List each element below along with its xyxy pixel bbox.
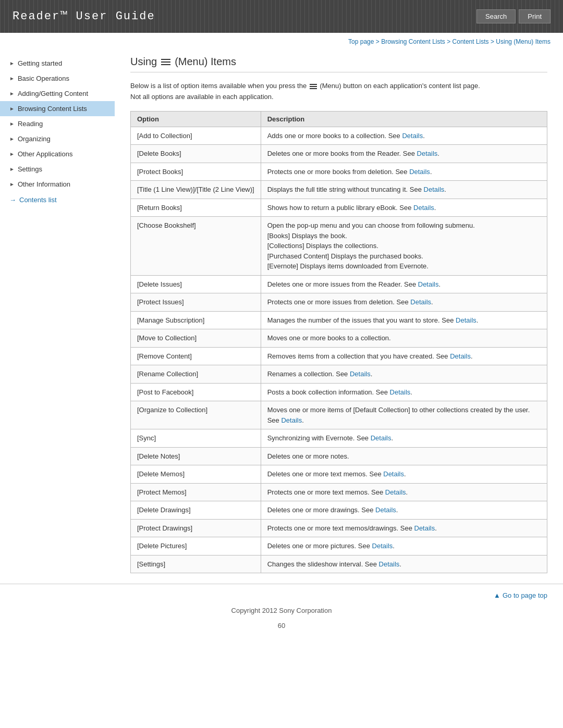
sidebar-item-settings[interactable]: ► Settings <box>0 162 115 177</box>
table-cell-description: Moves one or more books to a collection. <box>261 329 547 348</box>
details-link[interactable]: Details <box>410 298 431 306</box>
sidebar-item-getting-started[interactable]: ► Getting started <box>0 56 115 71</box>
sidebar-item-label: Organizing <box>18 135 51 143</box>
sidebar-item-label: Other Information <box>18 180 70 188</box>
table-row: [Remove Content]Removes items from a col… <box>131 347 547 365</box>
sidebar-item-browsing[interactable]: ► Browsing Content Lists <box>0 101 115 116</box>
table-cell-option: [Delete Issues] <box>131 275 261 293</box>
details-link[interactable]: Details <box>413 204 434 212</box>
table-cell-option: [Delete Books] <box>131 145 261 163</box>
table-cell-description: Deletes one or more text memos. See Deta… <box>261 465 547 484</box>
table-cell-description: Protects one or more text memos/drawings… <box>261 519 547 537</box>
search-button[interactable]: Search <box>476 9 516 23</box>
table-cell-option: [Manage Subscription] <box>131 311 261 329</box>
sidebar-item-basic-operations[interactable]: ► Basic Operations <box>0 71 115 86</box>
arrow-icon: ► <box>9 181 15 187</box>
table-cell-option: [Delete Memos] <box>131 465 261 484</box>
breadcrumb-link-browsing[interactable]: Browsing Content Lists <box>381 38 445 45</box>
arrow-icon: ► <box>9 151 15 157</box>
details-link[interactable]: Details <box>372 542 393 550</box>
details-link[interactable]: Details <box>417 150 438 157</box>
table-cell-description: Manages the number of the issues that yo… <box>261 311 547 329</box>
table-row: [Move to Collection]Moves one or more bo… <box>131 329 547 348</box>
table-cell-option: [Title (1 Line View)]/[Title (2 Line Vie… <box>131 181 261 199</box>
table-row: [Post to Facebook]Posts a book collectio… <box>131 383 547 401</box>
sidebar-item-adding-content[interactable]: ► Adding/Getting Content <box>0 86 115 101</box>
details-link[interactable]: Details <box>379 560 400 568</box>
table-cell-description: Displays the full title string without t… <box>261 181 547 199</box>
menu-icon <box>161 59 170 65</box>
print-button[interactable]: Print <box>519 9 550 23</box>
table-row: [Delete Notes]Deletes one or more notes. <box>131 447 547 465</box>
sidebar-item-reading[interactable]: ► Reading <box>0 116 115 131</box>
table-row: [Rename Collection]Renames a collection.… <box>131 365 547 384</box>
details-link[interactable]: Details <box>456 316 476 324</box>
details-link[interactable]: Details <box>350 370 371 378</box>
table-row: [Delete Issues]Deletes one or more issue… <box>131 275 547 293</box>
header-buttons: Search Print <box>476 9 550 23</box>
arrow-icon: ► <box>9 136 15 142</box>
intro-text: Below is a list of option items availabl… <box>130 81 547 103</box>
details-link[interactable]: Details <box>450 352 471 360</box>
details-link[interactable]: Details <box>418 280 439 288</box>
arrow-icon: ► <box>9 60 15 66</box>
table-row: [Sync]Synchronizing with Evernote. See D… <box>131 429 547 448</box>
table-cell-description: Protects one or more text memos. See Det… <box>261 483 547 501</box>
table-cell-option: [Protect Memos] <box>131 483 261 501</box>
main-content: Using (Menu) Items Below is a list of op… <box>115 51 563 584</box>
table-cell-option: [Add to Collection] <box>131 127 261 145</box>
sidebar-item-other-apps[interactable]: ► Other Applications <box>0 146 115 162</box>
details-link[interactable]: Details <box>371 434 391 442</box>
table-cell-option: [Remove Content] <box>131 347 261 365</box>
table-cell-option: [Choose Bookshelf] <box>131 217 261 276</box>
sidebar-item-label: Basic Operations <box>18 75 69 82</box>
table-cell-description: Deletes one or more issues from the Read… <box>261 275 547 293</box>
table-row: [Protect Books]Protects one or more book… <box>131 163 547 181</box>
table-cell-description: Protects one or more issues from deletio… <box>261 293 547 312</box>
table-cell-description: Deletes one or more pictures. See Detail… <box>261 537 547 556</box>
table-cell-option: [Delete Notes] <box>131 447 261 465</box>
table-cell-option: [Post to Facebook] <box>131 383 261 401</box>
content-table: Option Description [Add to Collection]Ad… <box>130 111 547 574</box>
table-row: [Delete Memos]Deletes one or more text m… <box>131 465 547 484</box>
details-link[interactable]: Details <box>385 488 406 496</box>
arrow-icon: ► <box>9 106 15 112</box>
inline-menu-icon <box>310 84 317 89</box>
table-cell-option: [Protect Drawings] <box>131 519 261 537</box>
breadcrumb: Top page > Browsing Content Lists > Cont… <box>0 33 563 51</box>
arrow-icon: ► <box>9 166 15 172</box>
sidebar: ► Getting started ► Basic Operations ► A… <box>0 51 115 584</box>
breadcrumb-link-content-lists[interactable]: Content Lists <box>452 38 489 45</box>
table-cell-option: [Move to Collection] <box>131 329 261 348</box>
table-cell-option: [Organize to Collection] <box>131 401 261 429</box>
details-link[interactable]: Details <box>409 168 430 176</box>
table-row: [Protect Drawings]Protects one or more t… <box>131 519 547 537</box>
breadcrumb-link-current[interactable]: Using (Menu) Items <box>496 38 550 45</box>
header: Reader™ User Guide Search Print <box>0 0 563 33</box>
details-link[interactable]: Details <box>402 132 423 140</box>
arrow-icon: ► <box>9 91 15 96</box>
details-link[interactable]: Details <box>424 186 445 193</box>
table-row: [Protect Issues]Protects one or more iss… <box>131 293 547 312</box>
table-row: [Manage Subscription]Manages the number … <box>131 311 547 329</box>
sidebar-item-organizing[interactable]: ► Organizing <box>0 131 115 146</box>
go-top-label: Go to page top <box>503 591 547 599</box>
details-link[interactable]: Details <box>383 470 404 478</box>
page-number: 60 <box>0 620 563 635</box>
details-link[interactable]: Details <box>375 506 396 514</box>
table-cell-option: [Protect Issues] <box>131 293 261 312</box>
arrow-icon: ► <box>9 76 15 81</box>
page-title-suffix: (Menu) Items <box>175 56 236 68</box>
table-cell-description: Changes the slideshow interval. See Deta… <box>261 555 547 573</box>
go-to-page-top-link[interactable]: ▲ Go to page top <box>494 591 547 599</box>
up-arrow-icon: ▲ <box>494 591 500 599</box>
contents-list-link[interactable]: → Contents list <box>0 192 115 208</box>
sidebar-item-other-info[interactable]: ► Other Information <box>0 177 115 192</box>
arrow-icon: ► <box>9 121 15 127</box>
table-cell-description: Adds one or more books to a collection. … <box>261 127 547 145</box>
details-link[interactable]: Details <box>390 388 411 396</box>
table-row: [Add to Collection]Adds one or more book… <box>131 127 547 145</box>
details-link[interactable]: Details <box>414 524 435 532</box>
breadcrumb-link-top[interactable]: Top page <box>348 38 374 45</box>
details-link[interactable]: Details <box>281 416 302 424</box>
